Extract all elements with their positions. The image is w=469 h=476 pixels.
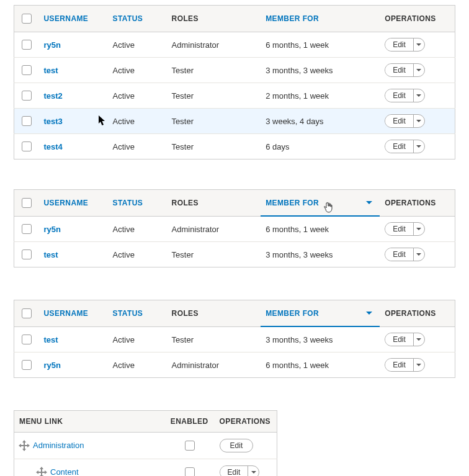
dropdown-toggle[interactable] xyxy=(413,115,424,127)
col-member-for-label: MEMBER FOR xyxy=(266,199,319,207)
dropdown-toggle[interactable] xyxy=(413,333,424,346)
dropdown-toggle[interactable] xyxy=(413,248,424,261)
edit-button[interactable]: Edit xyxy=(385,359,413,371)
edit-button[interactable]: Edit xyxy=(385,115,413,127)
row-checkbox[interactable] xyxy=(22,40,32,50)
status-text: Active xyxy=(108,58,167,83)
edit-button[interactable]: Edit xyxy=(385,89,413,102)
roles-text: Administrator xyxy=(167,32,261,58)
menu-link[interactable]: Administration xyxy=(33,441,84,450)
edit-button[interactable]: Edit xyxy=(385,333,413,346)
username-link[interactable]: test xyxy=(43,335,58,344)
edit-split-button[interactable]: Edit xyxy=(385,333,425,346)
edit-button[interactable]: Edit xyxy=(220,466,248,476)
enabled-checkbox[interactable] xyxy=(185,467,195,476)
roles-text: Administrator xyxy=(167,353,261,378)
edit-button[interactable]: Edit xyxy=(220,439,254,452)
chevron-down-icon xyxy=(416,94,421,97)
edit-button[interactable]: Edit xyxy=(385,38,413,51)
dropdown-toggle[interactable] xyxy=(413,359,424,371)
row-checkbox[interactable] xyxy=(22,249,32,259)
select-all-checkbox[interactable] xyxy=(22,308,32,318)
table-row: AdministrationEdit xyxy=(14,433,277,459)
edit-split-button[interactable]: Edit xyxy=(385,114,425,128)
edit-button[interactable]: Edit xyxy=(385,248,413,261)
table-row: ry5nActiveAdministrator6 months, 1 weekE… xyxy=(14,353,455,378)
edit-split-button[interactable]: Edit xyxy=(220,465,260,476)
col-status[interactable]: STATUS xyxy=(108,190,167,217)
row-checkbox[interactable] xyxy=(22,116,32,126)
select-all-checkbox[interactable] xyxy=(22,14,32,24)
col-username[interactable]: USERNAME xyxy=(38,6,107,32)
username-link[interactable]: ry5n xyxy=(43,225,60,234)
drag-handle-icon[interactable] xyxy=(19,441,29,451)
row-checkbox[interactable] xyxy=(22,335,32,344)
roles-text: Tester xyxy=(167,58,261,83)
menu-link[interactable]: Content xyxy=(50,467,79,476)
col-username[interactable]: USERNAME xyxy=(38,300,107,327)
member-for-text: 3 weeks, 4 days xyxy=(261,109,380,134)
dropdown-toggle[interactable] xyxy=(413,223,424,235)
col-member-for[interactable]: MEMBER FOR xyxy=(261,6,380,32)
col-menu-link: MENU LINK xyxy=(14,411,164,433)
dropdown-toggle[interactable] xyxy=(413,38,424,51)
username-link[interactable]: test xyxy=(43,66,58,75)
member-for-text: 3 months, 3 weeks xyxy=(261,58,380,83)
edit-split-button[interactable]: Edit xyxy=(385,358,425,372)
edit-button[interactable]: Edit xyxy=(385,140,413,153)
status-text: Active xyxy=(108,134,167,159)
status-text: Active xyxy=(108,32,167,58)
table-row: ry5nActiveAdministrator6 months, 1 weekE… xyxy=(14,32,455,58)
member-for-text: 6 months, 1 week xyxy=(261,32,380,58)
dropdown-toggle[interactable] xyxy=(248,466,259,476)
col-roles: ROLES xyxy=(167,6,261,32)
menu-links-table: MENU LINK ENABLED OPERATIONS Administrat… xyxy=(14,410,277,476)
user-table-3: USERNAME STATUS ROLES MEMBER FOR OPERATI… xyxy=(14,300,455,378)
chevron-down-icon xyxy=(416,253,421,256)
edit-split-button[interactable]: Edit xyxy=(385,89,425,102)
enabled-checkbox[interactable] xyxy=(185,441,195,451)
dropdown-toggle[interactable] xyxy=(413,89,424,102)
chevron-down-icon xyxy=(416,364,421,366)
select-all-checkbox[interactable] xyxy=(22,198,32,208)
col-operations: OPERATIONS xyxy=(380,6,455,32)
chevron-down-icon xyxy=(416,145,421,148)
row-checkbox[interactable] xyxy=(22,91,32,101)
edit-button[interactable]: Edit xyxy=(385,223,413,235)
roles-text: Tester xyxy=(167,327,261,353)
dropdown-toggle[interactable] xyxy=(413,64,424,76)
roles-text: Tester xyxy=(167,242,261,267)
chevron-down-icon xyxy=(416,338,421,341)
col-username[interactable]: USERNAME xyxy=(38,190,107,217)
username-link[interactable]: ry5n xyxy=(43,40,60,50)
col-status[interactable]: STATUS xyxy=(108,300,167,327)
row-checkbox[interactable] xyxy=(22,65,32,75)
member-for-text: 6 months, 1 week xyxy=(261,217,380,242)
edit-split-button[interactable]: Edit xyxy=(385,222,425,236)
username-link[interactable]: test2 xyxy=(43,91,62,101)
col-enabled: ENABLED xyxy=(164,411,215,433)
username-link[interactable]: ry5n xyxy=(43,361,60,370)
chevron-down-icon xyxy=(416,120,421,122)
username-link[interactable]: test4 xyxy=(43,142,62,151)
col-roles: ROLES xyxy=(167,190,261,217)
col-member-for[interactable]: MEMBER FOR xyxy=(261,190,380,217)
edit-split-button[interactable]: Edit xyxy=(385,248,425,261)
dropdown-toggle[interactable] xyxy=(413,140,424,153)
col-member-for[interactable]: MEMBER FOR xyxy=(261,300,380,327)
edit-split-button[interactable]: Edit xyxy=(385,38,425,52)
row-checkbox[interactable] xyxy=(22,224,32,234)
edit-button[interactable]: Edit xyxy=(385,64,413,76)
edit-split-button[interactable]: Edit xyxy=(385,140,425,153)
drag-handle-icon[interactable] xyxy=(37,467,47,476)
status-text: Active xyxy=(108,109,167,134)
edit-split-button[interactable]: Edit xyxy=(385,63,425,77)
member-for-text: 6 months, 1 week xyxy=(261,353,380,378)
username-link[interactable]: test3 xyxy=(43,117,62,126)
status-text: Active xyxy=(108,217,167,242)
row-checkbox[interactable] xyxy=(22,360,32,370)
username-link[interactable]: test xyxy=(43,250,58,259)
member-for-text: 6 days xyxy=(261,134,380,159)
col-status[interactable]: STATUS xyxy=(108,6,167,32)
row-checkbox[interactable] xyxy=(22,141,32,151)
